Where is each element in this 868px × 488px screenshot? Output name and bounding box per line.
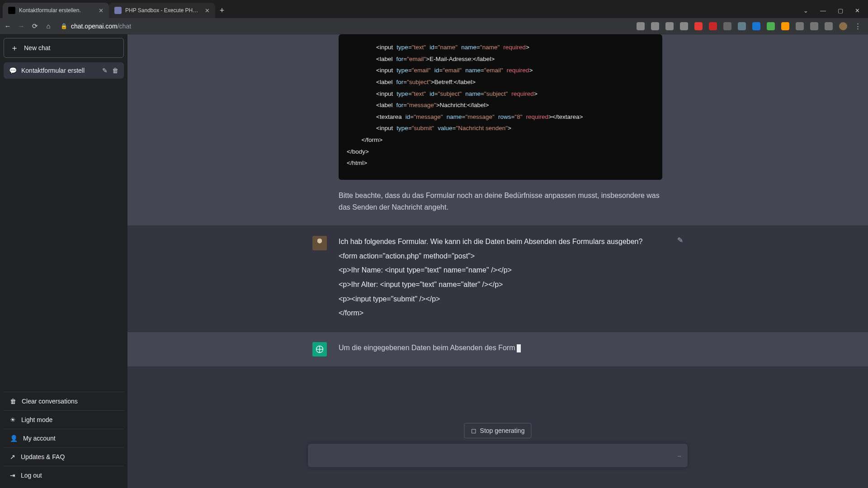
extension-icon[interactable] — [781, 22, 789, 30]
forward-icon[interactable]: → — [17, 22, 25, 30]
user-code-line: <p><input type="submit" /></p> — [339, 293, 665, 305]
ublock-extension-icon[interactable] — [709, 22, 717, 30]
code-block: <input type="text" id="name" name="name"… — [339, 34, 662, 180]
extension-icon[interactable] — [767, 22, 775, 30]
chat-icon: 💬 — [9, 67, 17, 74]
assistant-avatar — [312, 342, 327, 357]
abp-extension-icon[interactable] — [694, 22, 703, 30]
reload-icon[interactable]: ⟳ — [31, 22, 39, 30]
sidepanel-icon[interactable] — [825, 22, 833, 30]
user-text: Ich hab folgendes Formular. Wie kann ich… — [339, 236, 665, 248]
clear-conversations[interactable]: 🗑 Clear conversations — [4, 392, 124, 410]
new-tab-button[interactable]: + — [215, 3, 229, 18]
extension-icon[interactable] — [796, 22, 804, 30]
link-icon: ↗ — [10, 453, 15, 460]
favicon — [114, 7, 122, 14]
user-code-line: <p>Ihr Alter: <input type="text" name="a… — [339, 279, 665, 291]
sidebar: ＋ New chat 💬 Kontaktformular erstell ✎ 🗑… — [0, 34, 127, 488]
new-chat-button[interactable]: ＋ New chat — [4, 38, 124, 58]
trash-icon: 🗑 — [10, 398, 16, 405]
edit-icon[interactable]: ✎ — [677, 236, 683, 322]
new-chat-label: New chat — [24, 44, 50, 52]
lock-icon: 🔒 — [61, 23, 67, 29]
chevron-down-icon[interactable]: ⌄ — [803, 7, 808, 14]
chat-main: <input type="text" id="name" name="name"… — [127, 34, 868, 488]
assistant-text: Bitte beachte, dass du das Formular noch… — [339, 190, 662, 213]
edit-icon[interactable]: ✎ — [102, 67, 108, 74]
conversation-title: Kontaktformular erstell — [21, 67, 98, 74]
close-window-icon[interactable]: ✕ — [855, 7, 860, 14]
close-icon[interactable]: ✕ — [205, 7, 210, 14]
favicon — [8, 7, 15, 14]
user-avatar — [312, 236, 327, 250]
url-path: /chat — [118, 23, 131, 30]
tab-1[interactable]: Kontaktformular erstellen. ✕ — [3, 3, 109, 18]
bookmark-icon[interactable] — [680, 22, 688, 30]
url-field[interactable]: 🔒 chat.openai.com/chat — [58, 23, 631, 30]
browser-titlebar: Kontaktformular erstellen. ✕ PHP Sandbox… — [0, 0, 868, 18]
user-icon: 👤 — [10, 435, 18, 442]
chat-input[interactable]: ··· — [308, 444, 688, 467]
updates-faq[interactable]: ↗ Updates & FAQ — [4, 447, 124, 466]
extension-icon[interactable] — [723, 22, 731, 30]
user-code-line: <form action="action.php" method="post"> — [339, 250, 665, 262]
my-account[interactable]: 👤 My account — [4, 429, 124, 447]
zoom-icon[interactable] — [651, 22, 659, 30]
plus-icon: ＋ — [10, 44, 19, 52]
profile-avatar-icon[interactable] — [839, 22, 847, 30]
back-icon[interactable]: ← — [4, 22, 12, 30]
puzzle-icon[interactable] — [810, 22, 818, 30]
close-icon[interactable]: ✕ — [99, 7, 104, 14]
globe-extension-icon[interactable] — [738, 22, 746, 30]
minimize-icon[interactable]: — — [820, 7, 826, 14]
user-turn: Ich hab folgendes Formular. Wie kann ich… — [127, 226, 868, 332]
assistant-text: Um die eingegebenen Daten beim Absenden … — [339, 344, 515, 352]
share-icon[interactable] — [665, 22, 674, 30]
tab-title: Kontaktformular erstellen. — [19, 7, 95, 14]
trash-icon[interactable]: 🗑 — [112, 67, 118, 74]
logout[interactable]: ⇥ Log out — [4, 466, 124, 484]
user-code-line: </form> — [339, 307, 665, 319]
light-mode-toggle[interactable]: ☀ Light mode — [4, 410, 124, 429]
url-domain: chat.openai.com — [71, 23, 118, 30]
extension-icon[interactable] — [752, 22, 760, 30]
assistant-turn: <input type="text" id="name" name="name"… — [127, 34, 868, 226]
maximize-icon[interactable]: ▢ — [838, 7, 843, 14]
sun-icon: ☀ — [10, 416, 16, 423]
logout-icon: ⇥ — [10, 472, 15, 479]
tab-title: PHP Sandbox - Execute PHP cod — [125, 7, 201, 14]
menu-icon[interactable]: ⋮ — [854, 22, 862, 30]
stop-generating-button[interactable]: ◻ Stop generating — [464, 423, 532, 438]
send-icon[interactable]: ··· — [677, 450, 680, 461]
address-bar: ← → ⟳ ⌂ 🔒 chat.openai.com/chat ⋮ — [0, 18, 868, 34]
assistant-turn-streaming: Um die eingegebenen Daten beim Absenden … — [127, 332, 868, 367]
extension-tray: ⋮ — [637, 22, 864, 30]
home-icon[interactable]: ⌂ — [44, 22, 52, 30]
user-code-line: <p>Ihr Name: <input type="text" name="na… — [339, 264, 665, 276]
conversation-item[interactable]: 💬 Kontaktformular erstell ✎ 🗑 — [4, 62, 124, 79]
tab-strip: Kontaktformular erstellen. ✕ PHP Sandbox… — [0, 3, 229, 18]
cursor-icon — [517, 344, 521, 352]
tab-2[interactable]: PHP Sandbox - Execute PHP cod ✕ — [109, 3, 215, 18]
window-controls: ⌄ — ▢ ✕ — [803, 3, 868, 18]
stop-icon: ◻ — [471, 427, 476, 434]
translate-icon[interactable] — [637, 22, 645, 30]
